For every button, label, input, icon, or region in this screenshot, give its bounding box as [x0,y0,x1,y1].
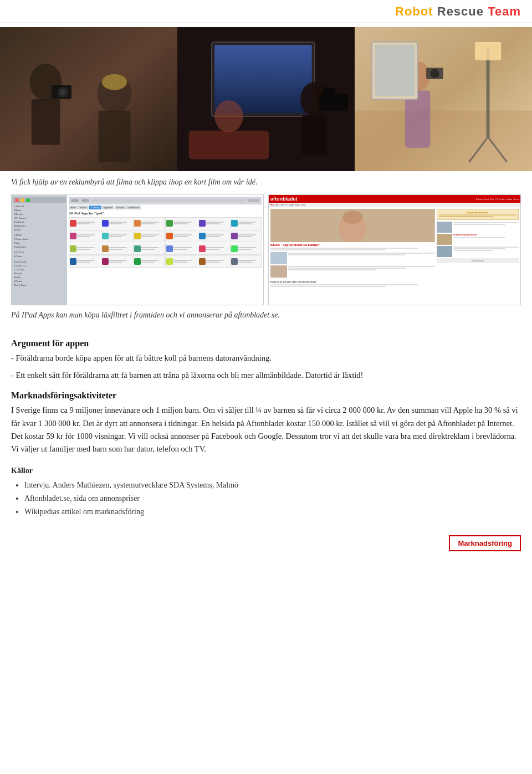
header: Robot Rescue Team [0,0,532,23]
marketing-text: I Sverige finns ca 9 miljoner innevånare… [11,404,521,455]
photo-right [355,27,532,171]
itunes-screen: LIBRARY Music Movies TV Shows Podcasts R… [12,195,263,305]
svg-rect-1 [0,27,177,171]
photo-left [0,27,177,171]
screenshots-caption: På IPad Apps kan man köpa läxfiltret i f… [0,305,532,324]
aftonbladet-screenshot: aftonbladet Nyheter Sport Nöje TV Ledare… [268,194,521,305]
itunes-app-grid [69,217,262,268]
source-item-1: Intervju. Anders Mathiezen, systemutveck… [24,479,521,492]
page-footer: Marknadsföring [0,530,532,562]
itunes-screenshot: LIBRARY Music Movies TV Shows Podcasts R… [11,194,264,305]
svg-rect-16 [319,94,348,111]
svg-point-18 [214,100,243,132]
news-screen: aftonbladet Nyheter Sport Nöje TV Ledare… [269,195,520,305]
logo-rescue: Rescue [437,4,484,18]
photo-right-inner [355,27,532,171]
itunes-title: All iPad Apps for "ipad" [69,211,262,216]
site-logo: Robot Rescue Team [395,4,521,18]
argument-text1: - Föräldrarna borde köpa appen för att f… [11,352,521,365]
photo-caption: Vi fick hjälp av en reklambyrå att filma… [0,171,532,192]
screenshots-section: LIBRARY Music Movies TV Shows Podcasts R… [0,194,532,305]
svg-point-9 [102,74,127,90]
svg-rect-22 [355,111,532,171]
photo-strip [0,27,532,171]
itunes-sidebar: LIBRARY Music Movies TV Shows Podcasts R… [12,195,67,305]
svg-rect-19 [189,131,269,160]
photo-mid [177,27,355,171]
sources-heading: Källor [11,467,521,475]
svg-rect-32 [375,45,415,96]
logo-robot: Robot [395,4,433,18]
svg-rect-8 [99,111,131,162]
svg-point-35 [342,211,362,224]
sources-list: Intervju. Anders Mathiezen, systemutveck… [11,479,521,518]
source-item-3: Wikipedias artikel om marknadsföring [24,505,521,519]
argument-text2: - Ett enkelt sätt för föräldrarna att få… [11,369,521,382]
photo-left-inner [0,27,177,171]
source-item-2: Aftonbladet.se, sida om annonspriser [24,492,521,505]
svg-rect-17 [323,88,335,94]
photo-mid-inner [177,27,355,171]
svg-rect-26 [475,42,501,60]
svg-rect-23 [486,48,489,139]
argument-heading: Argument för appen [11,339,521,348]
svg-point-6 [59,89,66,95]
marketing-badge: Marknadsföring [449,535,521,551]
svg-point-30 [430,69,439,78]
marketing-heading: Marknadsföringsaktiviteter [11,391,521,401]
svg-rect-3 [32,99,60,145]
logo-team: Team [488,4,521,18]
svg-rect-15 [302,115,327,155]
itunes-toolbar [69,197,262,204]
itunes-main-content: Music Movies TV Shows App Store Podcasts… [67,195,263,305]
main-content: Argument för appen - Föräldrarna borde k… [0,324,532,530]
